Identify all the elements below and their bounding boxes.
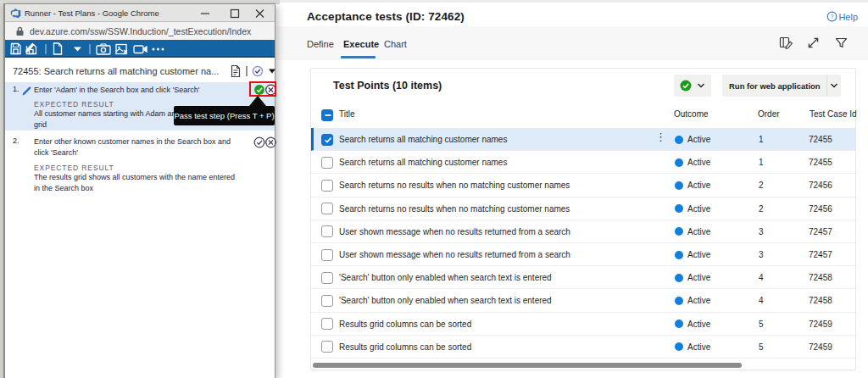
svg-text:?: ? — [831, 13, 834, 20]
